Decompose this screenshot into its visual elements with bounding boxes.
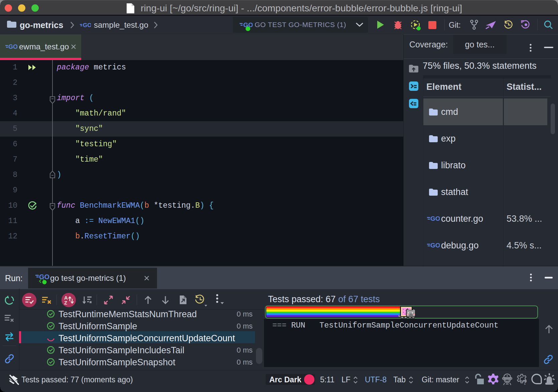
svg-text:GO: GO [8,43,17,50]
svg-text:GO: GO [83,22,91,28]
svg-text:?: ? [523,379,527,386]
svg-text:Z: Z [64,300,67,306]
svg-text:GO: GO [430,242,440,249]
svg-text:GO: GO [430,215,440,222]
